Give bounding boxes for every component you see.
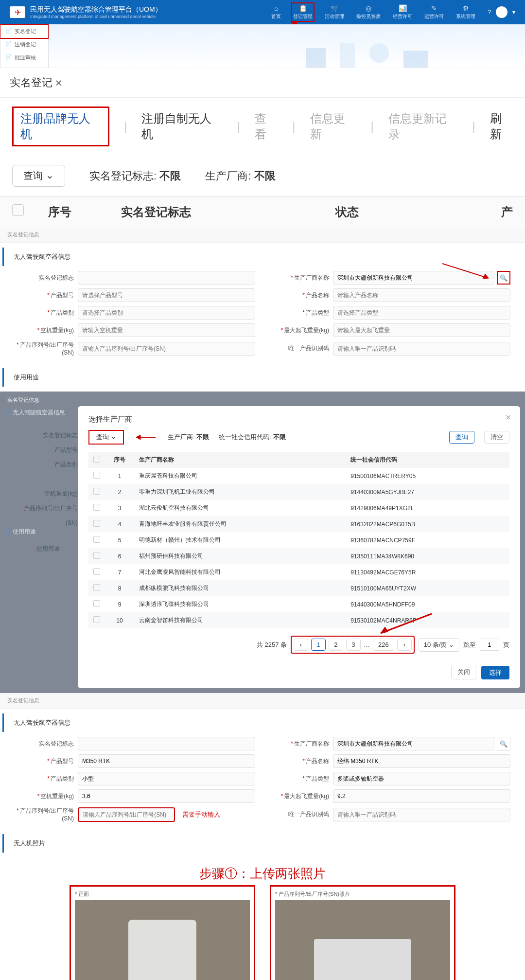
- input-mark[interactable]: [78, 737, 255, 750]
- table-row[interactable]: 4 青海地旺丰农业服务有限责任公司 91632822MACP6G0T5B: [88, 516, 509, 532]
- photo-sn: [275, 900, 450, 980]
- row-checkbox[interactable]: [93, 568, 100, 575]
- input-sn[interactable]: [78, 807, 175, 822]
- tab-brand[interactable]: 注册品牌无人机: [12, 107, 109, 146]
- page-2[interactable]: 2: [329, 639, 343, 651]
- table-row[interactable]: 5 明德新材（赣州）技术有限公司 91360782MACNCP759F: [88, 532, 509, 548]
- nav-register[interactable]: 📋登记管理: [293, 4, 313, 20]
- row-checkbox[interactable]: [93, 552, 100, 559]
- input-max[interactable]: [333, 789, 510, 803]
- row-checkbox[interactable]: [93, 488, 100, 495]
- nav-pilot[interactable]: ◎操控员资质: [356, 4, 381, 20]
- tab-update[interactable]: 信息更新: [310, 111, 356, 142]
- table-row[interactable]: 3 湖北云俊航空科技有限公司 91429006MA49P1XG2L: [88, 500, 509, 516]
- photo-caption: * 产品序列号/出厂序号(SN)照片: [275, 891, 450, 898]
- table-row[interactable]: 8 成都纵横鹏飞科技有限公司 91510100MA65UYT2XW: [88, 580, 509, 596]
- input-pname[interactable]: [333, 754, 510, 768]
- table-row[interactable]: 2 零重力深圳飞机工业有限公司 91440300MA5GYJBE27: [88, 484, 509, 500]
- photo-front-box[interactable]: * 正面: [70, 885, 255, 980]
- app-title: 民用无人驾驶航空器综合管理平台（UOM）: [30, 5, 162, 14]
- label-max: *最大起飞重量(kg): [270, 326, 333, 335]
- cell-name: 深圳逍淳飞碟科技有限公司: [134, 596, 346, 612]
- input-model[interactable]: [78, 288, 255, 302]
- input-ptype[interactable]: [333, 306, 510, 320]
- input-ptype[interactable]: [333, 772, 510, 785]
- cell-name: 重庆晨苍科技有限公司: [134, 468, 346, 484]
- table-row[interactable]: 6 福州预研佳科技有限公司 91350111MA34W8K690: [88, 548, 509, 564]
- page-prev[interactable]: ‹: [294, 639, 308, 651]
- nav-home[interactable]: ⌂首页: [271, 4, 281, 20]
- row-checkbox[interactable]: [93, 616, 100, 623]
- input-sn[interactable]: [78, 342, 255, 356]
- help-icon[interactable]: ?: [488, 9, 491, 16]
- table-row[interactable]: 1 重庆晨苍科技有限公司 91500106MACTRERY05: [88, 468, 509, 484]
- tab-view[interactable]: 查看: [255, 111, 278, 142]
- cell-name: 云南金智笛科技有限公司: [134, 612, 346, 628]
- row-checkbox[interactable]: [93, 584, 100, 591]
- input-uid[interactable]: [333, 342, 510, 356]
- input-mark[interactable]: [78, 271, 255, 285]
- input-mfr[interactable]: [333, 737, 494, 750]
- sn-annotation: 需要手动输入: [182, 810, 220, 819]
- nav-activity[interactable]: 🛒活动管理: [325, 4, 344, 20]
- tab-refresh[interactable]: 刷新: [490, 111, 513, 142]
- modal-search-button[interactable]: 查询: [449, 431, 474, 444]
- col-name: 生产厂商名称: [134, 452, 346, 468]
- table-row[interactable]: 10 云南金智笛科技有限公司 91530102MAC4NRAR6F: [88, 612, 509, 628]
- page-3[interactable]: 3: [346, 639, 361, 651]
- cell-code: 91500106MACTRERY05: [346, 468, 509, 484]
- page-1[interactable]: 1: [311, 639, 326, 651]
- label-sn: *产品序列号/出厂序号(SN): [15, 807, 78, 822]
- modal-clear-button[interactable]: 清空: [484, 431, 509, 444]
- photo-sn-box[interactable]: * 产品序列号/出厂序号(SN)照片: [270, 885, 455, 980]
- modal-query-dropdown[interactable]: 查询 ⌄: [88, 430, 124, 445]
- query-dropdown[interactable]: 查询 ⌄: [12, 165, 65, 187]
- page-last[interactable]: 226: [373, 639, 394, 651]
- nav-license[interactable]: 📊经营许可: [393, 4, 412, 20]
- modal-select-button[interactable]: 选择: [481, 666, 509, 679]
- row-checkbox[interactable]: [93, 520, 100, 527]
- cell-code: 91440300MA5HNDFF09: [346, 596, 509, 612]
- input-weight[interactable]: [78, 323, 255, 337]
- input-pcat[interactable]: [78, 306, 255, 320]
- label-pcat: *产品类别: [15, 775, 78, 783]
- row-checkbox[interactable]: [93, 472, 100, 479]
- input-uid[interactable]: [333, 808, 510, 821]
- table-row[interactable]: 7 河北金鹰凌风智能科技有限公司 91130492MACGE76Y5R: [88, 564, 509, 580]
- select-all-checkbox[interactable]: [12, 204, 24, 216]
- sidebar-item-realname[interactable]: 📄 实名登记: [0, 25, 48, 38]
- goto-input[interactable]: [480, 639, 499, 651]
- modal-close-button[interactable]: 关闭: [451, 666, 476, 679]
- search-mfr-icon[interactable]: 🔍: [497, 737, 510, 750]
- photo-upload-block: 步骤①：上传两张照片 * 正面 * 产品序列号/出厂序号(SN)照片: [0, 857, 525, 980]
- label-pname: *产品名称: [270, 757, 333, 766]
- input-model[interactable]: [78, 754, 255, 768]
- nav-operate[interactable]: ✎运营许可: [424, 4, 444, 20]
- step1-label: 步骤①：上传两张照片: [22, 865, 503, 882]
- nav-system[interactable]: ⚙系统管理: [456, 4, 475, 20]
- row-checkbox[interactable]: [93, 536, 100, 543]
- select-all-checkbox[interactable]: [93, 456, 100, 463]
- modal-close-icon[interactable]: ✕: [505, 413, 511, 422]
- logo-block: ✈ 民用无人驾驶航空器综合管理平台（UOM） Integrated manage…: [10, 5, 162, 19]
- per-page-select[interactable]: 10 条/页 ⌄: [419, 638, 459, 652]
- row-checkbox[interactable]: [93, 504, 100, 511]
- bg-usage-lbl: *使用用途: [34, 545, 60, 553]
- input-max[interactable]: [333, 323, 510, 337]
- search-mfr-icon[interactable]: 🔍: [497, 271, 510, 285]
- table-row[interactable]: 9 深圳逍淳飞碟科技有限公司 91440300MA5HNDFF09: [88, 596, 509, 612]
- modal-filter-row: 查询 ⌄ 生产厂商: 不限 统一社会信用代码: 不限 查询 清空: [88, 430, 509, 445]
- tab-history[interactable]: 信息更新记录: [388, 111, 457, 142]
- close-icon[interactable]: ✕: [55, 78, 62, 88]
- avatar[interactable]: [496, 6, 508, 18]
- dropdown-icon[interactable]: ▾: [512, 9, 515, 16]
- sidebar-item-cancel[interactable]: 📄 注销登记: [0, 38, 48, 51]
- page-next[interactable]: ›: [397, 639, 412, 651]
- input-pcat[interactable]: [78, 772, 255, 785]
- input-pname[interactable]: [333, 288, 510, 302]
- input-weight[interactable]: [78, 789, 255, 803]
- sidebar-item-approve[interactable]: 📄 批注审核: [0, 51, 48, 64]
- tab-diy[interactable]: 注册自制无人机: [141, 111, 222, 142]
- row-checkbox[interactable]: [93, 600, 100, 607]
- cell-index: 10: [105, 612, 134, 628]
